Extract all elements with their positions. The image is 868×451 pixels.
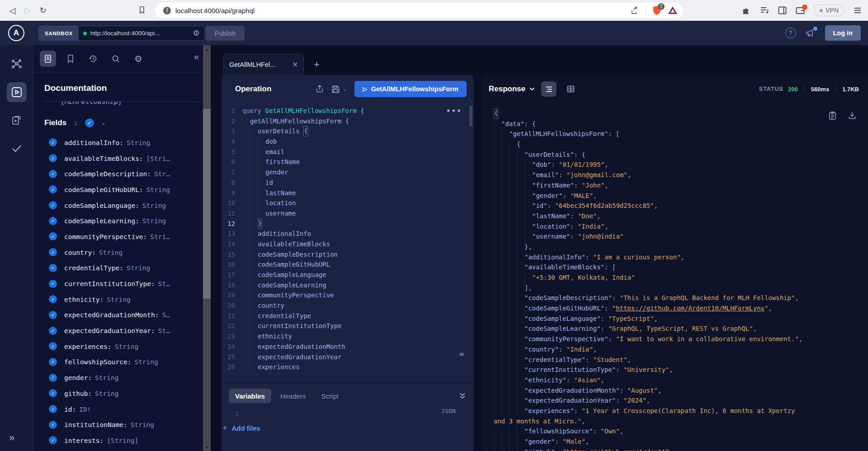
query-line[interactable]: 26experiences	[222, 362, 474, 372]
field-checkbox[interactable]: ✓	[49, 405, 57, 413]
query-line[interactable]: 22currentInstitutionType	[222, 321, 474, 331]
playlist-icon[interactable]	[760, 6, 769, 14]
field-checkbox[interactable]: ✓	[49, 421, 57, 429]
bat-rewards-icon[interactable]	[668, 6, 678, 15]
query-line[interactable]: 19communityPerspective	[222, 290, 474, 301]
query-line[interactable]: 23ethnicity	[222, 331, 474, 342]
field-row[interactable]: ✓availableTimeBlocks:[Stri…	[44, 150, 200, 166]
publish-button[interactable]: Publish	[206, 26, 245, 41]
field-checkbox[interactable]: ✓	[49, 280, 57, 288]
field-row[interactable]: ✓gender:String	[44, 370, 200, 385]
field-row[interactable]: ✓communityPerspective:Stri…	[44, 229, 200, 244]
tab-explorer-settings[interactable]: ⚙	[130, 51, 146, 67]
tab-variables[interactable]: Variables	[229, 389, 271, 403]
field-checkbox[interactable]: ✓	[49, 138, 57, 146]
documentation-scrollbar[interactable]: ▲ ▼	[203, 45, 211, 451]
query-line[interactable]: 2getAllMLHFellowshipsForm {	[222, 116, 474, 127]
collapse-variables-icon[interactable]	[458, 392, 467, 399]
collapse-panel-button[interactable]: «	[194, 52, 199, 62]
response-link[interactable]: https://github.com/Ardent10/MLHFormLynx	[616, 303, 764, 314]
editor-overflow-menu[interactable]: •••	[446, 107, 462, 115]
run-operation-button[interactable]: ▷ GetAllMLHFellowshipsForm	[354, 81, 467, 97]
connection-settings-gear-icon[interactable]: ⚙	[193, 28, 199, 38]
response-table-view-button[interactable]	[563, 81, 578, 97]
sidebar-toggle-icon[interactable]	[778, 6, 787, 14]
sort-descending-icon[interactable]: ↓	[74, 118, 78, 127]
save-operation-button[interactable]: ⌄	[331, 85, 346, 94]
sidebar-item-schema[interactable]	[7, 54, 27, 74]
sidebar-item-checks[interactable]	[7, 138, 27, 158]
query-editor[interactable]: 1query GetAllMLHFellowshipsForm {2getAll…	[222, 103, 474, 383]
query-line[interactable]: 10location	[222, 198, 474, 208]
operation-tab[interactable]: GetAllMLHFel... ✕	[223, 54, 304, 75]
address-bar[interactable]: ! localhost:4000/api/graphql 7	[155, 3, 683, 18]
wallet-icon[interactable]	[796, 6, 805, 14]
field-row[interactable]: ✓experiences:String	[44, 338, 200, 354]
field-checkbox[interactable]: ✓	[49, 201, 57, 209]
vpn-button[interactable]: VPN	[814, 5, 844, 16]
field-checkbox[interactable]: ✓	[49, 217, 57, 225]
query-line[interactable]: 15codeSampleDescription	[222, 249, 474, 260]
field-checkbox[interactable]: ✓	[49, 295, 57, 303]
endpoint-input[interactable]: http://localhost:4000/api... ⚙	[79, 26, 204, 40]
browser-menu-icon[interactable]	[854, 7, 862, 14]
query-line[interactable]: 12}	[222, 219, 474, 229]
field-row[interactable]: ✓codeSampleLearning:String	[44, 213, 200, 229]
scrollbar-up-arrow[interactable]: ▲	[203, 45, 211, 53]
query-line[interactable]: 1query GetAllMLHFellowshipsForm {	[222, 106, 474, 116]
query-line[interactable]: 3userDetails {	[222, 126, 474, 136]
field-checkbox[interactable]: ✓	[49, 185, 57, 193]
tab-search[interactable]	[108, 51, 124, 67]
expand-sidebar-button[interactable]: »	[9, 432, 14, 444]
chevron-down-icon[interactable]: ⌄	[101, 120, 106, 126]
field-row[interactable]: ✓codeSampleDescription:Str…	[44, 166, 200, 182]
tab-history[interactable]	[85, 51, 101, 67]
brave-shield-icon[interactable]: 7	[652, 5, 661, 15]
add-files-button[interactable]: + Add files	[222, 423, 474, 433]
login-button[interactable]: Log in	[825, 25, 861, 41]
query-line[interactable]: 18codeSampleLearning	[222, 280, 474, 291]
query-line[interactable]: 17codeSampleLanguage	[222, 270, 474, 280]
field-row[interactable]: ✓expectedGraduationMonth:S…	[44, 307, 200, 323]
field-checkbox[interactable]: ✓	[49, 374, 57, 382]
query-line[interactable]: 11username	[222, 208, 474, 219]
field-checkbox[interactable]: ✓	[49, 311, 57, 319]
field-row[interactable]: ✓codeSampleGitHubURL:String	[44, 182, 200, 197]
scrolled-type-reference[interactable]: [MLHFellowship]	[61, 102, 200, 107]
query-line[interactable]: 20country	[222, 301, 474, 311]
field-row[interactable]: ✓currentInstitutionType:St…	[44, 276, 200, 291]
tab-headers[interactable]: Headers	[274, 389, 312, 403]
download-response-icon[interactable]	[848, 111, 856, 120]
field-row[interactable]: ✓fellowshipSource:String	[44, 354, 200, 370]
sidebar-item-explorer[interactable]	[7, 82, 27, 102]
response-dropdown-caret-icon[interactable]	[529, 87, 535, 91]
export-operation-icon[interactable]	[315, 85, 324, 94]
query-line[interactable]: 8id	[222, 178, 474, 188]
field-checkbox[interactable]: ✓	[49, 154, 57, 162]
query-line[interactable]: 6firstName	[222, 157, 474, 167]
announcements-icon[interactable]	[805, 28, 816, 38]
query-line[interactable]: 9lastName	[222, 188, 474, 198]
variables-editor[interactable]: 1 JSON	[222, 403, 474, 418]
apollo-logo[interactable]: A	[8, 25, 24, 41]
response-raw-view-button[interactable]	[541, 81, 557, 97]
field-checkbox[interactable]: ✓	[49, 248, 57, 256]
field-row[interactable]: ✓additionalInfo:String	[44, 135, 200, 150]
query-line[interactable]: 4dob	[222, 136, 474, 147]
add-tab-button[interactable]: +	[314, 59, 320, 70]
field-checkbox[interactable]: ✓	[49, 358, 57, 366]
bookmark-icon[interactable]	[138, 6, 146, 14]
close-tab-icon[interactable]: ✕	[292, 61, 298, 69]
response-title[interactable]: Response	[489, 85, 525, 94]
field-checkbox[interactable]: ✓	[49, 232, 57, 240]
field-row[interactable]: ✓id:ID!	[44, 401, 200, 417]
browser-back-button[interactable]: ◁	[5, 3, 20, 18]
field-row[interactable]: ✓interests:[String]	[44, 432, 200, 448]
help-icon[interactable]: ?	[785, 28, 796, 38]
query-line[interactable]: 24expectedGraduationMonth	[222, 342, 474, 352]
tab-documentation[interactable]	[40, 51, 56, 67]
field-row[interactable]: ✓institutionName:String	[44, 417, 200, 432]
field-row[interactable]: ✓expectedGraduationYear:St…	[44, 323, 200, 338]
field-row[interactable]: ✓country:String	[44, 244, 200, 260]
field-row[interactable]: ✓codeSampleLanguage:String	[44, 197, 200, 213]
